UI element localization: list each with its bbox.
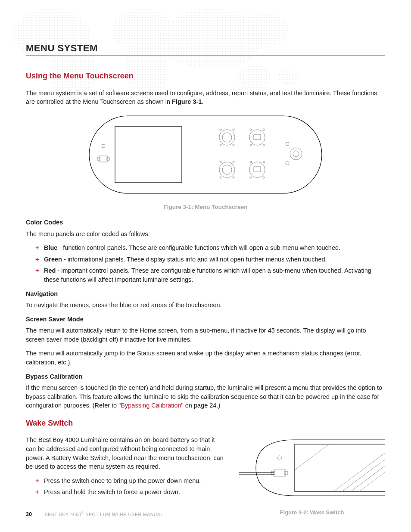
svg-point-41 — [293, 151, 299, 157]
figure-wake-switch — [239, 436, 385, 500]
svg-point-27 — [219, 162, 235, 177]
intro-paragraph: The menu system is a set of software scr… — [26, 89, 385, 106]
navigation-text: To navigate the menus, press the blue or… — [26, 301, 385, 310]
svg-line-47 — [359, 472, 385, 492]
svg-line-44 — [333, 453, 385, 492]
bypass-head: Bypass Calibration — [26, 372, 385, 381]
svg-point-29 — [249, 162, 265, 177]
svg-point-34 — [233, 177, 234, 178]
svg-point-21 — [220, 144, 221, 146]
svg-rect-18 — [254, 134, 261, 140]
svg-point-33 — [220, 177, 221, 178]
svg-point-36 — [263, 161, 265, 163]
list-item: Press the switch once to bring up the po… — [35, 476, 226, 485]
svg-point-23 — [250, 129, 252, 131]
svg-line-48 — [295, 444, 329, 470]
screensaver-p1: The menu will automatically return to th… — [26, 326, 385, 344]
svg-rect-13 — [97, 158, 100, 160]
svg-line-45 — [342, 459, 385, 492]
svg-rect-9 — [89, 116, 322, 193]
figure-menu-touchscreen — [85, 112, 326, 198]
subsection-using-menu: Using the Menu Touchscreen — [26, 71, 385, 82]
svg-point-35 — [250, 161, 252, 163]
svg-point-15 — [219, 130, 235, 145]
svg-point-28 — [222, 165, 232, 174]
screensaver-p2: The menu will automatically jump to the … — [26, 349, 385, 367]
svg-rect-30 — [254, 167, 261, 172]
screensaver-head: Screen Saver Mode — [26, 315, 385, 324]
svg-point-25 — [250, 144, 252, 146]
svg-point-39 — [286, 142, 289, 146]
color-codes-head: Color Codes — [26, 218, 385, 227]
wake-switch-paragraph: The Best Boy 4000 Luminaire contains an … — [26, 436, 226, 471]
subsection-wake-switch: Wake Switch — [26, 418, 385, 429]
svg-point-22 — [233, 144, 234, 146]
svg-rect-12 — [99, 156, 108, 162]
svg-rect-10 — [115, 127, 182, 183]
figure-2-caption: Figure 3-2: Wake Switch — [239, 509, 385, 516]
svg-point-11 — [102, 144, 105, 148]
svg-point-19 — [220, 129, 221, 131]
bypass-calibration-link[interactable]: "Bypassing Calibration" — [118, 402, 184, 409]
svg-line-46 — [351, 466, 385, 492]
svg-rect-14 — [107, 158, 109, 160]
svg-rect-52 — [284, 471, 288, 475]
svg-point-31 — [220, 161, 221, 163]
color-codes-list: Blue - function control panels. These ar… — [35, 243, 385, 284]
list-item: Green - informational panels. These disp… — [35, 255, 385, 264]
wake-switch-list: Press the switch once to bring up the po… — [35, 476, 226, 497]
svg-rect-43 — [295, 444, 385, 492]
list-item: Red - important control panels. These ar… — [35, 266, 385, 284]
section-heading: MENU SYSTEM — [26, 41, 385, 56]
svg-point-16 — [222, 133, 232, 142]
svg-point-37 — [250, 177, 252, 178]
svg-point-17 — [249, 130, 265, 145]
svg-point-24 — [263, 129, 265, 131]
svg-point-38 — [263, 177, 265, 178]
color-codes-intro: The menu panels are color coded as follo… — [26, 230, 385, 239]
svg-point-49 — [277, 456, 282, 460]
svg-point-20 — [233, 129, 234, 131]
svg-point-42 — [286, 162, 289, 165]
svg-point-40 — [290, 148, 302, 160]
svg-rect-50 — [274, 469, 285, 477]
bypass-paragraph: If the menu screen is touched (in the ce… — [26, 383, 385, 410]
list-item: Blue - function control panels. These ar… — [35, 243, 385, 252]
list-item: Press and hold the switch to force a pow… — [35, 488, 226, 497]
svg-point-32 — [233, 161, 234, 163]
figure-1-caption: Figure 3-1: Menu Touchscreen — [26, 203, 385, 211]
svg-point-26 — [263, 144, 265, 146]
navigation-head: Navigation — [26, 289, 385, 299]
